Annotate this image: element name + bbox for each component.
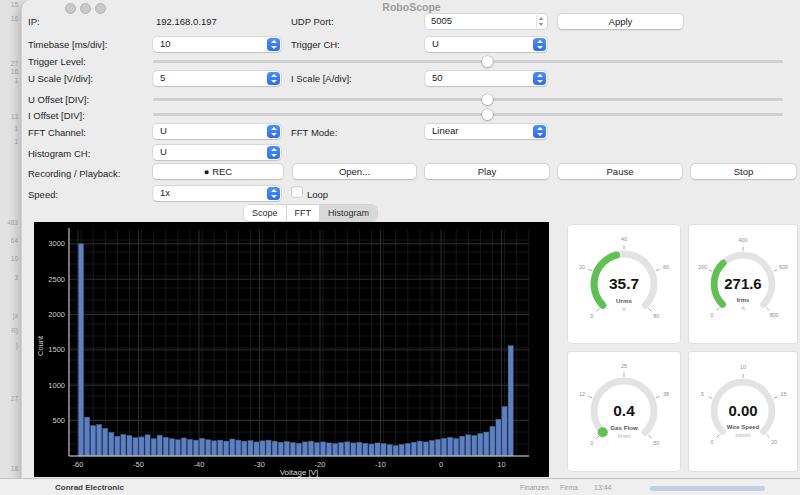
i-scale-value: 50 xyxy=(432,72,443,83)
speed-dropdown[interactable]: 1x xyxy=(153,186,281,201)
background-number: )x xyxy=(13,312,18,319)
tab-histogram[interactable]: Histogram xyxy=(319,205,377,221)
gauge-svg: 051015200.00Wire Speedm/min xyxy=(689,357,797,465)
tab-scope[interactable]: Scope xyxy=(244,205,286,221)
svg-text:600: 600 xyxy=(779,264,788,270)
u-scale-dropdown[interactable]: 5 xyxy=(153,71,281,86)
svg-text:0: 0 xyxy=(439,460,443,469)
slider-thumb[interactable] xyxy=(482,109,493,120)
histogram-ch-label: Histogram CH: xyxy=(28,148,90,159)
slider-thumb[interactable] xyxy=(482,56,493,67)
svg-text:12: 12 xyxy=(579,391,585,397)
timebase-dropdown[interactable]: 10 xyxy=(153,37,281,52)
fft-channel-label: FFT Channel: xyxy=(28,127,86,138)
background-number: 483 xyxy=(7,219,18,226)
fft-channel-dropdown[interactable]: U xyxy=(153,124,281,139)
gauge-svg: 0200400600800271.6IrmsA xyxy=(689,230,797,338)
play-button[interactable]: Play xyxy=(425,164,549,179)
trigger-level-label: Trigger Level: xyxy=(28,56,86,67)
gauge-name: Urms xyxy=(616,297,632,304)
slider-thumb[interactable] xyxy=(482,94,493,105)
background-number: 16 xyxy=(11,15,18,22)
background-number: 13 xyxy=(11,113,18,120)
gauge-name: Gas Flow xyxy=(610,424,638,431)
dropdown-stepper-icon xyxy=(267,72,280,85)
speed-label: Speed: xyxy=(28,189,58,200)
view-tabbar: Scope FFT Histogram xyxy=(244,205,377,221)
trigger-ch-dropdown[interactable]: U xyxy=(425,37,547,52)
svg-text:0: 0 xyxy=(590,440,593,446)
i-offset-slider[interactable] xyxy=(153,109,783,120)
trigger-level-slider[interactable] xyxy=(153,56,783,67)
svg-text:200: 200 xyxy=(698,264,707,270)
svg-text:-50: -50 xyxy=(133,460,144,469)
u-scale-label: U Scale [V/div]: xyxy=(28,73,93,84)
gauge-gas-flow: 0122538500.4Gas Flowl/min xyxy=(568,352,680,471)
gauge-urms: 02040608035.7UrmsV xyxy=(568,225,680,343)
histogram-ch-dropdown[interactable]: U xyxy=(153,145,281,160)
svg-text:1500: 1500 xyxy=(48,345,65,354)
u-offset-slider[interactable] xyxy=(153,94,783,105)
svg-text:80: 80 xyxy=(653,313,659,319)
window-title: RoboScope xyxy=(22,1,800,13)
gauge-name: Irms xyxy=(737,297,750,303)
i-scale-dropdown[interactable]: 50 xyxy=(425,71,547,86)
svg-text:400: 400 xyxy=(739,237,748,243)
trigger-ch-value: U xyxy=(432,38,439,49)
slider-track[interactable] xyxy=(153,113,783,116)
slider-track[interactable] xyxy=(153,98,783,101)
desktop-background-strip: 151627161131148364103)xR))2718 xyxy=(0,0,21,495)
roboscope-window: RoboScope IP: 192.168.0.197 UDP Port: 50… xyxy=(21,0,800,479)
tab-fft[interactable]: FFT xyxy=(286,205,320,221)
background-number: 27 xyxy=(11,395,18,402)
gauge-irms: 0200400600800271.6IrmsA xyxy=(689,225,797,343)
slider-track[interactable] xyxy=(153,60,783,63)
dropdown-stepper-icon xyxy=(267,187,280,200)
fft-mode-dropdown[interactable]: Linear xyxy=(425,124,547,139)
background-number: 10 xyxy=(11,255,18,262)
timebase-value: 10 xyxy=(160,38,171,49)
recording-playback-label: Recording / Playback: xyxy=(28,168,120,179)
apply-button[interactable]: Apply xyxy=(558,14,683,29)
gauge-wire-speed: 051015200.00Wire Speedm/min xyxy=(689,352,797,471)
svg-text:20: 20 xyxy=(579,264,585,270)
svg-text:800: 800 xyxy=(770,312,779,318)
gauge-name: Wire Speed xyxy=(727,424,760,430)
loop-checkbox[interactable] xyxy=(292,187,302,197)
dropdown-stepper-icon xyxy=(533,38,546,51)
background-number: ) xyxy=(16,342,18,349)
bottom-bar-item: Firma xyxy=(560,484,578,491)
svg-text:1000: 1000 xyxy=(48,381,65,390)
background-number: R) xyxy=(11,327,18,334)
svg-text:-40: -40 xyxy=(194,460,205,469)
dropdown-stepper-icon xyxy=(267,38,280,51)
background-number: 15 xyxy=(11,1,18,8)
udp-stepper-icon[interactable] xyxy=(536,15,546,28)
rec-button[interactable]: ● REC xyxy=(153,164,283,179)
gauge-value: 0.00 xyxy=(728,402,757,419)
i-offset-label: I Offset [DIV]: xyxy=(28,110,85,121)
pause-button[interactable]: Pause xyxy=(558,164,682,179)
y-axis-label: Count xyxy=(36,335,45,356)
ip-label: IP: xyxy=(28,16,40,27)
dropdown-stepper-icon xyxy=(533,72,546,85)
svg-text:25: 25 xyxy=(621,363,627,369)
svg-text:-60: -60 xyxy=(73,460,84,469)
ip-value: 192.168.0.197 xyxy=(156,16,217,27)
udp-port-input[interactable]: 5005 xyxy=(425,14,547,29)
blurred-link-text xyxy=(650,486,765,491)
background-number: 1 xyxy=(14,138,18,145)
gauge-svg: 0122538500.4Gas Flowl/min xyxy=(568,357,680,465)
stop-button[interactable]: Stop xyxy=(691,164,796,179)
timebase-label: Timebase [ms/div]: xyxy=(28,39,107,50)
x-axis-label: Voltage [V] xyxy=(280,468,319,477)
svg-text:3000: 3000 xyxy=(48,239,65,248)
svg-text:10: 10 xyxy=(740,364,746,370)
svg-text:50: 50 xyxy=(653,440,659,446)
svg-text:2500: 2500 xyxy=(48,275,65,284)
open-button[interactable]: Open... xyxy=(293,164,416,179)
trigger-ch-label: Trigger CH: xyxy=(291,39,340,50)
svg-text:20: 20 xyxy=(771,439,777,445)
background-number: 64 xyxy=(11,237,18,244)
gauge-svg: 02040608035.7UrmsV xyxy=(568,230,680,338)
